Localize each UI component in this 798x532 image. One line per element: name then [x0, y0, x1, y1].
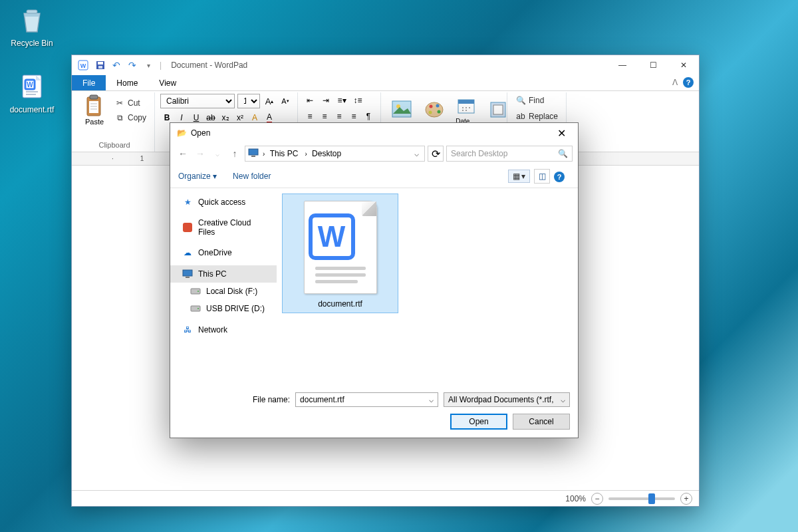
qat-redo[interactable]: ↷ [125, 58, 140, 72]
sidebar-item-local-disk-f[interactable]: Local Disk (F:) [170, 283, 277, 300]
qat-undo[interactable]: ↶ [109, 58, 124, 72]
file-item-document-rtf[interactable]: W document.rtf [282, 194, 398, 313]
group-clipboard: Paste ✂Cut ⧉Copy Clipboard [74, 92, 155, 152]
tiles-icon: ▦ [513, 172, 520, 181]
align-center-button[interactable]: ≡ [318, 110, 331, 123]
filename-input[interactable]: document.rtf [295, 392, 438, 407]
dialog-footer: File name: document.rtf All Wordpad Docu… [170, 387, 578, 438]
view-mode-button[interactable]: ▦ ▾ [508, 170, 530, 183]
address-dropdown[interactable]: ⌵ [412, 149, 422, 158]
pc-icon [248, 148, 259, 160]
tab-file[interactable]: File [72, 75, 106, 90]
file-type-filter[interactable]: All Wordpad Documents (*.rtf, [444, 392, 570, 407]
refresh-button[interactable]: ⟳ [428, 146, 444, 162]
preview-pane-button[interactable]: ◫ [534, 169, 550, 184]
svg-point-23 [429, 111, 432, 114]
picture-icon [391, 98, 412, 120]
zoom-label: 100% [565, 494, 586, 503]
align-left-button[interactable]: ≡ [303, 110, 317, 123]
desktop-icon-recycle-bin[interactable]: Recycle Bin [5, 4, 59, 48]
open-button[interactable]: Open [450, 414, 507, 430]
recycle-bin-icon [16, 4, 48, 36]
svg-rect-35 [251, 156, 255, 157]
collapse-ribbon-button[interactable]: ᐱ [667, 75, 683, 90]
dialog-close-button[interactable]: ✕ [552, 127, 571, 140]
dialog-titlebar[interactable]: 📂 Open ✕ [170, 123, 578, 143]
dialog-nav: ← → ⌵ ↑ › This PC › Desktop ⌵ ⟳ Search D… [170, 143, 578, 164]
svg-rect-38 [186, 277, 190, 278]
cancel-button[interactable]: Cancel [513, 414, 570, 430]
svg-point-22 [438, 110, 441, 114]
new-folder-button[interactable]: New folder [233, 172, 271, 181]
titlebar[interactable]: W ↶ ↷ ▾ | Document - WordPad — ☐ ✕ [72, 55, 699, 75]
sidebar-item-usb-drive-d[interactable]: USB DRIVE (D:) [170, 300, 277, 317]
align-right-button[interactable]: ≡ [332, 110, 346, 123]
find-button[interactable]: 🔍Find [513, 94, 561, 107]
sidebar-item-quick-access[interactable]: ★Quick access [170, 194, 277, 211]
bullets-button[interactable]: ≡▾ [335, 94, 348, 107]
recycle-bin-label: Recycle Bin [5, 39, 59, 48]
svg-point-20 [430, 105, 433, 108]
sidebar-item-onedrive[interactable]: ☁OneDrive [170, 244, 277, 261]
svg-rect-25 [458, 100, 474, 104]
font-size-select[interactable]: 11 [237, 94, 260, 108]
copy-button[interactable]: ⧉Copy [112, 111, 149, 124]
shrink-font-button[interactable]: A▾ [279, 94, 292, 108]
nav-up-button[interactable]: ↑ [227, 146, 242, 161]
breadcrumb-root[interactable]: › This PC [260, 148, 301, 160]
breadcrumb-location[interactable]: › Desktop [302, 148, 344, 160]
search-input[interactable]: Search Desktop 🔍 [446, 146, 573, 162]
minimize-button[interactable]: — [607, 55, 638, 75]
font-name-select[interactable]: Calibri [160, 94, 235, 108]
paste-button[interactable]: Paste [80, 94, 109, 127]
dialog-sidebar: ★Quick access Creative Cloud Files ☁OneD… [170, 188, 277, 387]
file-list[interactable]: W document.rtf [277, 188, 578, 387]
dialog-help-icon[interactable]: ? [554, 172, 565, 182]
tab-view[interactable]: View [148, 75, 187, 90]
clipboard-icon [84, 95, 105, 116]
maximize-button[interactable]: ☐ [638, 55, 668, 75]
zoom-in-button[interactable]: + [680, 493, 692, 505]
dialog-title: Open [191, 128, 210, 138]
zoom-slider[interactable] [608, 497, 675, 500]
address-bar[interactable]: › This PC › Desktop ⌵ [245, 146, 425, 162]
file-thumbnail: W [304, 201, 377, 294]
nav-recent-button[interactable]: ⌵ [210, 146, 225, 161]
binoculars-icon: 🔍 [515, 95, 526, 106]
organize-menu[interactable]: Organize ▾ [178, 172, 217, 181]
document-label: document.rtf [5, 105, 59, 114]
palette-icon [424, 98, 445, 120]
network-icon: 🖧 [182, 325, 193, 335]
inc-indent-button[interactable]: ⇥ [319, 94, 332, 107]
align-justify-button[interactable]: ≡ [347, 110, 360, 123]
star-icon: ★ [182, 197, 193, 207]
qat-save[interactable] [93, 58, 108, 72]
dec-indent-button[interactable]: ⇤ [303, 94, 317, 107]
sidebar-item-this-pc[interactable]: This PC [170, 265, 277, 283]
zoom-thumb[interactable] [648, 493, 655, 504]
close-button[interactable]: ✕ [668, 55, 699, 75]
replace-icon: ab [515, 111, 526, 122]
cut-button[interactable]: ✂Cut [112, 96, 149, 110]
tab-home[interactable]: Home [106, 75, 148, 90]
nav-back-button[interactable]: ← [176, 146, 190, 161]
line-spacing-button[interactable]: ↕≡ [351, 94, 364, 107]
nav-forward-button[interactable]: → [193, 146, 207, 161]
statusbar: 100% − + [72, 490, 699, 506]
svg-rect-13 [89, 101, 98, 113]
replace-button[interactable]: abReplace [513, 110, 561, 123]
sidebar-item-network[interactable]: 🖧Network [170, 321, 277, 338]
help-icon[interactable]: ? [683, 77, 694, 88]
svg-point-31 [466, 110, 467, 111]
svg-rect-9 [98, 62, 103, 65]
zoom-out-button[interactable]: − [591, 493, 603, 505]
svg-rect-0 [27, 10, 37, 13]
desktop-icon-document[interactable]: W document.rtf [5, 70, 59, 114]
qat-dropdown[interactable]: ▾ [141, 58, 156, 72]
grow-font-button[interactable]: A▴ [263, 94, 276, 108]
paragraph-dialog-button[interactable]: ¶ [362, 110, 375, 123]
sidebar-item-creative-cloud[interactable]: Creative Cloud Files [170, 215, 277, 240]
window-title: Document - WordPad [171, 61, 247, 70]
dialog-toolbar: Organize ▾ New folder ▦ ▾ ◫ ? [170, 164, 578, 188]
cloud-icon: ☁ [182, 247, 193, 258]
